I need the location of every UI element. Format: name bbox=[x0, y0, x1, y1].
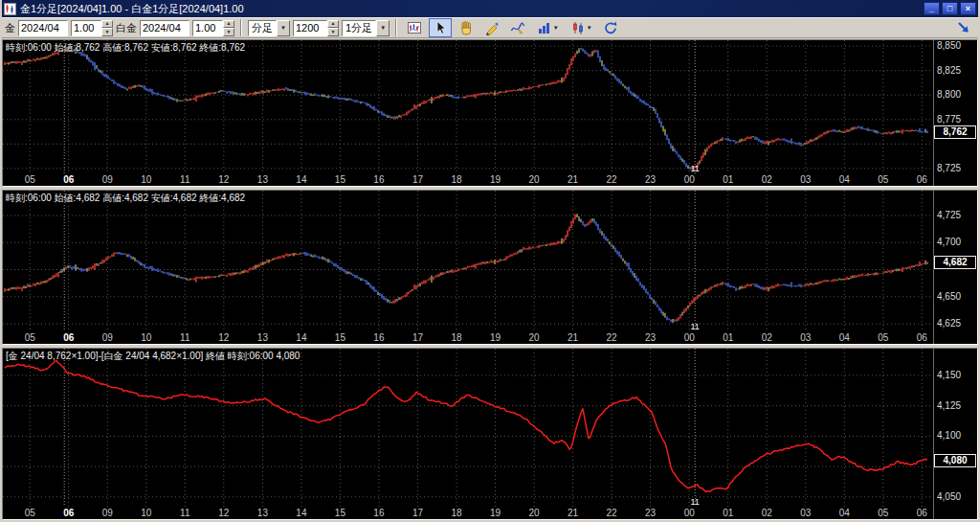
x-axis-label: 11 bbox=[180, 173, 189, 186]
x-axis-label: 23 bbox=[645, 331, 656, 344]
x-axis-label: 06 bbox=[917, 507, 927, 519]
candle-style-arrow-icon[interactable]: ▼ bbox=[587, 25, 592, 31]
x-axis-label: 20 bbox=[529, 331, 540, 344]
y-axis-label: 4,700 bbox=[937, 237, 961, 247]
gold-multiplier-up-icon[interactable]: ▲ bbox=[101, 20, 113, 29]
minimize-button[interactable]: _ bbox=[924, 2, 940, 15]
x-axis-label: 19 bbox=[490, 507, 501, 519]
chart-setup-button[interactable] bbox=[403, 18, 426, 37]
x-axis-label: 15 bbox=[335, 331, 345, 344]
x-axis-label: 09 bbox=[102, 331, 113, 344]
candle-style-button[interactable]: ▼ bbox=[566, 18, 596, 37]
platinum-time-axis: 0506091011121314151617181920212223000102… bbox=[3, 331, 933, 344]
spread-chart-panel: [金 24/04 8,762×1.00]-[白金 24/04 4,682×1.0… bbox=[2, 348, 978, 520]
x-axis-label: 05 bbox=[25, 507, 35, 519]
spread-line-chart[interactable] bbox=[3, 349, 933, 507]
x-axis-label: 05 bbox=[25, 173, 35, 186]
spread-time-axis: 0506091011121314151617181920212223000102… bbox=[3, 507, 933, 519]
gold-multiplier-input[interactable] bbox=[71, 20, 101, 36]
interval-value: 1分足 bbox=[342, 20, 376, 36]
x-axis-label: 06 bbox=[63, 173, 74, 186]
pencil-draw-button[interactable] bbox=[480, 18, 503, 37]
bar-count-up-icon[interactable]: ▲ bbox=[327, 20, 339, 29]
candle-style-icon bbox=[570, 20, 586, 35]
pan-hand-button[interactable] bbox=[455, 18, 478, 37]
x-axis-label: 17 bbox=[412, 173, 423, 186]
restore-button[interactable]: □ bbox=[942, 2, 958, 15]
chart-setup-icon bbox=[407, 20, 422, 35]
spread-price-axis[interactable]: 4,080 4,1504,1254,1004,050 bbox=[933, 349, 977, 519]
x-axis-label: 22 bbox=[607, 173, 617, 186]
x-axis-label: 05 bbox=[878, 331, 888, 344]
platinum-last-price-box: 4,682 bbox=[934, 256, 976, 269]
refresh-button[interactable] bbox=[599, 18, 622, 37]
freehand-draw-button[interactable] bbox=[506, 18, 529, 37]
x-axis-label: 21 bbox=[568, 173, 578, 186]
platinum-candlestick-chart[interactable] bbox=[3, 191, 933, 331]
x-axis-label: 09 bbox=[102, 173, 113, 186]
spread-plot[interactable]: [金 24/04 8,762×1.00]-[白金 24/04 4,682×1.0… bbox=[3, 349, 933, 507]
gold-plot[interactable]: 時刻:06:00 始値:8,762 高値:8,762 安値:8,762 終値:8… bbox=[3, 40, 933, 173]
platinum-plot[interactable]: 時刻:06:00 始値:4,682 高値:4,682 安値:4,682 終値:4… bbox=[3, 191, 933, 331]
x-axis-label: 00 bbox=[684, 331, 695, 344]
chart-window: 金1分足[2024/04]1.00 - 白金1分足[2024/04]1.00 _… bbox=[0, 0, 980, 522]
pan-hand-icon bbox=[458, 20, 474, 35]
gold-multiplier-down-icon[interactable]: ▼ bbox=[101, 28, 113, 36]
x-axis-label: 02 bbox=[762, 173, 772, 186]
spread-last-price-box: 4,080 bbox=[934, 454, 976, 467]
freehand-draw-icon bbox=[510, 20, 525, 35]
x-axis-label: 10 bbox=[141, 173, 151, 186]
platinum-label: 白金 bbox=[116, 21, 137, 35]
gold-contract-input[interactable] bbox=[18, 20, 68, 36]
x-axis-label: 20 bbox=[529, 507, 540, 519]
x-axis-label: 11 bbox=[180, 331, 189, 344]
y-axis-label: 8,775 bbox=[937, 114, 961, 125]
x-axis-label: 16 bbox=[373, 173, 384, 186]
gold-candlestick-chart[interactable] bbox=[3, 40, 933, 173]
period-type-arrow-icon[interactable]: ▼ bbox=[277, 20, 290, 36]
x-axis-label: 11 bbox=[180, 507, 189, 519]
x-axis-label: 03 bbox=[800, 173, 811, 186]
y-axis-label: 4,650 bbox=[937, 291, 961, 302]
interval-arrow-icon[interactable]: ▼ bbox=[376, 20, 390, 36]
refresh-icon bbox=[603, 20, 618, 35]
chart-area: 時刻:06:00 始値:8,762 高値:8,762 安値:8,762 終値:8… bbox=[2, 38, 978, 520]
platinum-multiplier-down-icon[interactable]: ▼ bbox=[223, 28, 234, 36]
x-axis-label: 16 bbox=[373, 331, 384, 344]
y-axis-label: 8,825 bbox=[937, 65, 961, 76]
platinum-price-axis[interactable]: 4,682 4,7254,7004,6504,625 bbox=[933, 191, 977, 344]
date-marker: 11 bbox=[691, 164, 700, 173]
bar-chart-type-button[interactable]: ▼ bbox=[532, 18, 563, 37]
x-axis-label: 04 bbox=[839, 507, 850, 519]
gold-chart-panel: 時刻:06:00 始値:8,762 高値:8,762 安値:8,762 終値:8… bbox=[2, 39, 978, 187]
app-icon bbox=[4, 3, 16, 15]
scroll-latest-button[interactable] bbox=[952, 18, 975, 37]
x-axis-label: 15 bbox=[335, 507, 345, 519]
platinum-multiplier-input[interactable] bbox=[192, 20, 223, 36]
bar-chart-type-arrow-icon[interactable]: ▼ bbox=[553, 25, 559, 31]
gold-price-axis[interactable]: 8,762 8,8508,8258,8008,7758,725 bbox=[933, 40, 977, 186]
platinum-contract-input[interactable] bbox=[140, 20, 189, 36]
bar-count-input[interactable] bbox=[293, 20, 327, 36]
y-axis-label: 8,800 bbox=[937, 89, 961, 100]
interval-dropdown[interactable]: 1分足 ▼ bbox=[342, 20, 390, 36]
gold-multiplier-spinner: ▲ ▼ bbox=[71, 20, 113, 36]
period-type-dropdown[interactable]: 分足 ▼ bbox=[248, 20, 290, 36]
x-axis-label: 02 bbox=[762, 331, 772, 344]
bar-count-down-icon[interactable]: ▼ bbox=[327, 28, 339, 36]
gold-quote-info: 時刻:06:00 始値:8,762 高値:8,762 安値:8,762 終値:8… bbox=[6, 41, 245, 55]
period-type-value: 分足 bbox=[248, 20, 277, 36]
x-axis-label: 12 bbox=[218, 507, 229, 519]
close-button[interactable]: × bbox=[960, 2, 976, 15]
title-bar[interactable]: 金1分足[2024/04]1.00 - 白金1分足[2024/04]1.00 _… bbox=[2, 0, 978, 17]
spread-quote-info: [金 24/04 8,762×1.00]-[白金 24/04 4,682×1.0… bbox=[6, 350, 300, 363]
gold-last-price-box: 8,762 bbox=[934, 125, 976, 139]
platinum-quote-info: 時刻:06:00 始値:4,682 高値:4,682 安値:4,682 終値:4… bbox=[6, 192, 245, 205]
x-axis-label: 13 bbox=[257, 173, 268, 186]
platinum-multiplier-up-icon[interactable]: ▲ bbox=[223, 20, 234, 29]
toolbar: 金 ▲ ▼ 白金 ▲ ▼ 分足 ▼ ▲ ▼ bbox=[2, 17, 978, 38]
cursor-select-button[interactable] bbox=[429, 18, 452, 37]
x-axis-label: 09 bbox=[102, 507, 113, 519]
platinum-multiplier-spinner: ▲ ▼ bbox=[192, 20, 234, 36]
x-axis-label: 23 bbox=[645, 507, 656, 519]
